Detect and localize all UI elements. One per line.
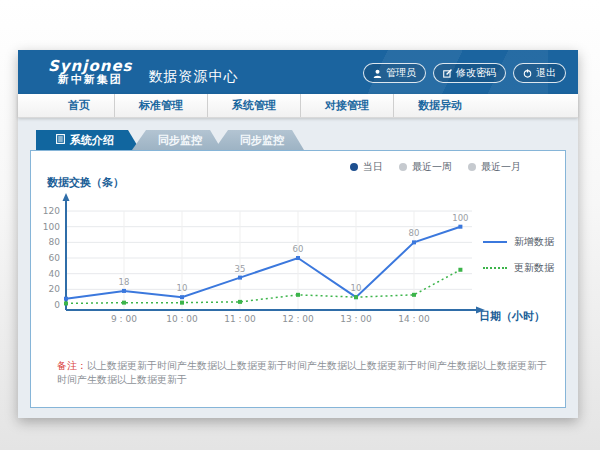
radio-dot-today[interactable] [350, 163, 358, 171]
svg-text:20: 20 [49, 284, 61, 294]
svg-text:120: 120 [43, 206, 60, 216]
nav-item-data-change[interactable]: 数据异动 [393, 94, 486, 117]
document-icon [56, 134, 65, 147]
svg-text:13 : 00: 13 : 00 [340, 314, 372, 324]
tab-sync-monitor-1[interactable]: 同步监控 [132, 130, 222, 150]
legend-line-new-data [483, 241, 507, 243]
svg-text:18: 18 [119, 277, 130, 287]
footnote: 备注：以上数据更新于时间产生数据以上数据更新于时间产生数据以上数据更新于时间产生… [57, 359, 549, 387]
change-password-button[interactable]: 修改密码 [433, 63, 506, 83]
tab-system-intro-label: 系统介绍 [70, 133, 114, 148]
main-nav: 首页 标准管理 系统管理 对接管理 数据异动 [18, 94, 578, 118]
legend-item-new-data: 新增数据 [483, 235, 554, 249]
chart-container: 0204060801001209 : 0010 : 0011 : 0012 : … [37, 191, 497, 337]
legend-item-updated-data: 更新数据 [483, 261, 554, 275]
y-axis-title: 数据交换（条） [47, 175, 124, 190]
logo-cn-text: 新中新集团 [48, 74, 133, 86]
tab-sync-monitor-2-label: 同步监控 [240, 133, 284, 148]
svg-text:12 : 00: 12 : 00 [282, 314, 314, 324]
range-selector: 当日 最近一周 最近一月 [350, 160, 521, 174]
change-password-label: 修改密码 [456, 66, 496, 80]
line-chart: 0204060801001209 : 0010 : 0011 : 0012 : … [37, 191, 497, 333]
logo-en-text: Synjones [48, 58, 133, 75]
svg-text:0: 0 [54, 300, 60, 310]
legend-label-updated-data: 更新数据 [514, 261, 554, 275]
tab-sync-monitor-1-label: 同步监控 [158, 133, 202, 148]
nav-item-system-mgmt[interactable]: 系统管理 [207, 94, 300, 117]
footnote-text: 以上数据更新于时间产生数据以上数据更新于时间产生数据以上数据更新于时间产生数据以… [57, 360, 547, 385]
app-window: Synjones 新中新集团 数据资源中心 管理员 修改密码 退出 [18, 50, 578, 418]
nav-item-standard-mgmt[interactable]: 标准管理 [114, 94, 207, 117]
nav-item-interface-mgmt[interactable]: 对接管理 [300, 94, 393, 117]
range-option-today[interactable]: 当日 [350, 160, 383, 174]
tab-bar: 系统介绍 同步监控 同步监控 [36, 130, 566, 150]
legend-line-updated-data [483, 267, 507, 269]
svg-text:100: 100 [452, 213, 468, 223]
range-option-last-week-label: 最近一周 [412, 160, 452, 174]
svg-text:10 : 00: 10 : 00 [166, 314, 198, 324]
chart-legend: 新增数据 更新数据 [483, 235, 554, 287]
svg-text:35: 35 [235, 264, 246, 274]
header-buttons: 管理员 修改密码 退出 [363, 63, 566, 83]
legend-label-new-data: 新增数据 [514, 235, 554, 249]
tab-system-intro[interactable]: 系统介绍 [36, 130, 140, 150]
logout-button[interactable]: 退出 [513, 63, 566, 83]
svg-text:60: 60 [49, 253, 61, 263]
svg-text:10: 10 [351, 283, 362, 293]
page-title: 数据资源中心 [149, 68, 239, 86]
tab-sync-monitor-2[interactable]: 同步监控 [214, 130, 304, 150]
admin-user-label: 管理员 [386, 66, 416, 80]
chart-panel: 当日 最近一周 最近一月 数据交换（条） 日期（小时） 020406080100… [30, 150, 566, 408]
power-icon [523, 69, 532, 78]
svg-text:9 : 00: 9 : 00 [111, 314, 137, 324]
radio-dot-last-month[interactable] [468, 163, 476, 171]
svg-text:80: 80 [49, 237, 61, 247]
app-header: Synjones 新中新集团 数据资源中心 管理员 修改密码 退出 [18, 50, 578, 94]
svg-text:100: 100 [43, 222, 60, 232]
range-option-last-month[interactable]: 最近一月 [468, 160, 521, 174]
range-option-last-month-label: 最近一月 [481, 160, 521, 174]
range-option-today-label: 当日 [363, 160, 383, 174]
nav-item-home[interactable]: 首页 [44, 94, 114, 117]
svg-text:11 : 00: 11 : 00 [224, 314, 256, 324]
company-logo: Synjones 新中新集团 [48, 58, 133, 87]
svg-text:10: 10 [177, 283, 188, 293]
svg-text:60: 60 [293, 244, 304, 254]
svg-text:80: 80 [409, 228, 420, 238]
radio-dot-last-week[interactable] [399, 163, 407, 171]
admin-user-button[interactable]: 管理员 [363, 63, 426, 83]
edit-icon [443, 69, 452, 78]
content-area: 系统介绍 同步监控 同步监控 当日 最近一周 [18, 118, 578, 418]
user-icon [373, 69, 382, 78]
logout-label: 退出 [536, 66, 556, 80]
svg-text:14 : 00: 14 : 00 [398, 314, 430, 324]
svg-text:40: 40 [49, 269, 61, 279]
range-option-last-week[interactable]: 最近一周 [399, 160, 452, 174]
footnote-label: 备注： [57, 360, 87, 371]
